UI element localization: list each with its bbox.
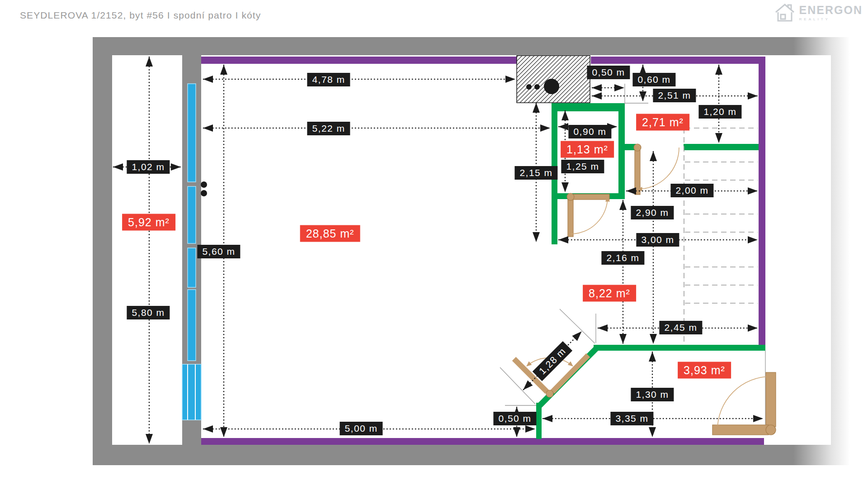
area-label-balcony: 5,92 m² [122,214,175,231]
dim-label-entry-depth: 1,30 m [631,388,674,401]
area-label-living: 28,85 m² [300,225,360,242]
staircase-treads [684,128,758,342]
dim-label-kitchen-depth: 0,60 m [632,73,675,86]
dim-label-balcony-height: 5,80 m [127,306,170,319]
dim-label-living-width-mid: 5,22 m [307,122,350,135]
dim-label-kitchen-width: 2,51 m [653,89,696,102]
floor-plan-drawing [0,0,868,481]
hatched-shaft [517,56,590,103]
dim-label-shaft-offset: 0,50 m [587,66,630,79]
dim-label-kitchen-front: 1,20 m [698,105,741,119]
dim-label-living-height: 5,60 m [197,245,240,258]
dim-label-living-width-top: 4,78 m [307,73,350,86]
stove-burner-small-icon [526,84,532,90]
dim-label-wall-stub: 0,50 m [493,412,536,425]
area-label-wc: 1,13 m² [561,141,614,158]
dim-label-stairs-width: 2,45 m [659,321,702,334]
dim-label-hall-right-height: 2,90 m [631,206,674,219]
area-label-entry: 3,93 m² [678,362,731,379]
stove-burner-small-icon [534,84,540,90]
dim-label-wc-depth: 1,25 m [561,160,604,173]
area-label-kitchen: 2,71 m² [636,114,689,131]
dim-label-wc-width: 0,90 m [568,125,611,138]
dim-label-hall-mid-height: 2,16 m [601,251,644,265]
dim-label-entry-width: 3,35 m [610,412,653,425]
balcony-door-window [182,364,201,420]
dim-label-balcony-width: 1,02 m [127,160,170,174]
dim-label-hall-left-height: 2,15 m [514,166,557,180]
dim-label-hall-top-width: 2,00 m [670,184,713,197]
entrance-door [712,372,776,435]
dim-label-hall-width: 3,00 m [636,233,679,247]
wc-door [567,193,609,237]
floor-plan-page: SEYDLEROVA 1/2152, byt #56 I spodní patr… [0,0,868,481]
area-label-hall: 8,22 m² [583,285,636,302]
stove-burner-large-icon [544,79,559,94]
dim-label-living-width-bottom: 5,00 m [340,422,382,435]
radiator-dots [201,181,207,196]
